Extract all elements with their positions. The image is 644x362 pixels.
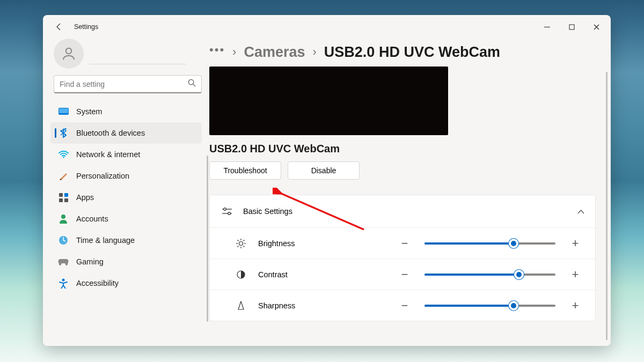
bluetooth-icon (58, 128, 69, 138)
nav-label: Bluetooth & devices (76, 129, 145, 137)
brightness-icon (235, 239, 247, 248)
decrease-button[interactable]: − (396, 234, 414, 253)
sidebar-item-accounts[interactable]: Accounts (50, 208, 202, 230)
nav-label: Apps (76, 193, 94, 202)
search-field[interactable] (60, 80, 188, 88)
sidebar: System Bluetooth & devices Network & int… (43, 39, 209, 346)
settings-window: Settings Sy (43, 15, 611, 346)
profile-block[interactable] (50, 39, 205, 73)
svg-line-27 (238, 246, 239, 247)
sidebar-item-personalization[interactable]: Personalization (50, 165, 202, 187)
clock-globe-icon (58, 235, 69, 246)
svg-point-14 (62, 278, 65, 281)
brightness-slider[interactable] (425, 238, 555, 249)
nav-label: Personalization (76, 172, 129, 180)
disable-button[interactable]: Disable (288, 161, 360, 180)
window-controls (535, 18, 609, 35)
maximize-button[interactable] (559, 18, 584, 35)
setting-row-sharpness: Sharpness − + (210, 290, 595, 321)
action-row: Troubleshoot Disable (209, 161, 596, 180)
contrast-icon (235, 270, 247, 279)
breadcrumb-current: USB2.0 HD UVC WebCam (324, 44, 500, 61)
setting-label: Sharpness (258, 301, 333, 310)
setting-row-contrast: Contrast − + (210, 258, 595, 290)
sliders-icon (221, 208, 233, 215)
chevron-right-icon: › (313, 45, 317, 59)
setting-label: Contrast (258, 270, 333, 279)
sharpness-icon (235, 301, 247, 310)
nav-label: Accessibility (76, 279, 119, 287)
app-title: Settings (74, 23, 98, 31)
svg-line-4 (193, 84, 195, 86)
setting-label: Brightness (258, 239, 333, 248)
sidebar-item-apps[interactable]: Apps (50, 187, 202, 208)
sidebar-item-bluetooth-devices[interactable]: Bluetooth & devices (50, 122, 202, 144)
camera-preview (209, 67, 448, 135)
nav-label: Time & language (76, 236, 135, 245)
nav-list: System Bluetooth & devices Network & int… (50, 101, 205, 294)
svg-rect-11 (64, 198, 68, 202)
system-icon (58, 106, 69, 117)
svg-point-12 (61, 215, 65, 219)
sidebar-item-time-language[interactable]: Time & language (50, 230, 202, 251)
person-icon (58, 213, 69, 224)
svg-rect-1 (569, 25, 574, 29)
svg-line-24 (238, 240, 239, 241)
nav-label: Network & internet (76, 150, 140, 159)
nav-label: System (76, 107, 102, 116)
back-button[interactable] (52, 19, 67, 34)
svg-point-7 (63, 157, 64, 158)
sidebar-item-accessibility[interactable]: Accessibility (50, 272, 202, 294)
avatar (54, 39, 84, 69)
basic-settings-card: Basic Settings Brightness − + (209, 195, 596, 321)
nav-label: Gaming (76, 257, 104, 266)
decrease-button[interactable]: − (396, 297, 414, 315)
profile-name-placeholder (89, 43, 186, 64)
chevron-up-icon (577, 206, 584, 216)
svg-point-2 (66, 48, 72, 54)
svg-point-18 (228, 212, 231, 215)
svg-point-3 (188, 79, 193, 84)
main-panel: ••• › Cameras › USB2.0 HD UVC WebCam USB… (209, 39, 611, 346)
svg-line-25 (244, 246, 245, 247)
minimize-button[interactable] (535, 18, 559, 35)
increase-button[interactable]: + (566, 234, 584, 253)
content-area: System Bluetooth & devices Network & int… (43, 39, 611, 346)
contrast-slider[interactable] (425, 269, 555, 280)
svg-rect-6 (59, 108, 68, 113)
decrease-button[interactable]: − (396, 265, 414, 284)
sidebar-item-gaming[interactable]: Gaming (50, 251, 202, 272)
sharpness-slider[interactable] (425, 300, 555, 311)
breadcrumb-parent[interactable]: Cameras (244, 44, 305, 61)
troubleshoot-button[interactable]: Troubleshoot (209, 161, 281, 180)
setting-row-brightness: Brightness − + (210, 227, 595, 258)
sidebar-item-network[interactable]: Network & internet (50, 144, 202, 165)
nav-label: Accounts (76, 215, 108, 223)
device-name: USB2.0 HD UVC WebCam (209, 143, 596, 155)
titlebar: Settings (43, 15, 611, 39)
svg-point-16 (224, 208, 226, 211)
close-button[interactable] (584, 18, 609, 35)
accessibility-icon (58, 278, 69, 289)
paintbrush-icon (58, 171, 69, 181)
increase-button[interactable]: + (566, 297, 584, 315)
sidebar-item-system[interactable]: System (50, 101, 202, 122)
svg-rect-10 (59, 198, 63, 202)
main-scrollbar[interactable] (606, 72, 608, 340)
svg-line-26 (244, 240, 245, 241)
breadcrumb: ••• › Cameras › USB2.0 HD UVC WebCam (209, 39, 596, 67)
svg-rect-9 (64, 193, 68, 197)
search-icon (188, 79, 196, 89)
wifi-icon (58, 149, 69, 160)
apps-icon (58, 192, 69, 203)
basic-settings-title: Basic Settings (243, 207, 577, 216)
chevron-right-icon: › (232, 45, 236, 59)
increase-button[interactable]: + (566, 265, 584, 284)
search-input[interactable] (54, 75, 202, 93)
svg-rect-8 (59, 193, 63, 197)
gamepad-icon (58, 256, 69, 267)
breadcrumb-more-icon[interactable]: ••• (209, 43, 225, 61)
svg-point-19 (239, 241, 243, 245)
sidebar-scrollbar[interactable] (207, 156, 208, 322)
basic-settings-header[interactable]: Basic Settings (210, 195, 595, 227)
